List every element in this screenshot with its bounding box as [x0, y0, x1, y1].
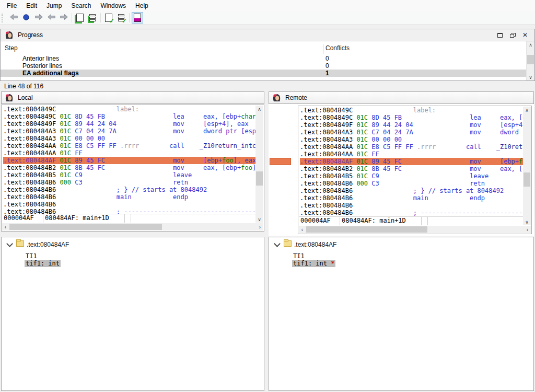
scrollbar-thumb[interactable] — [306, 226, 427, 233]
scroll-left-icon[interactable]: ‹ — [2, 223, 9, 230]
menu-windows[interactable]: Windows — [96, 1, 131, 11]
asm-line[interactable]: .text:0804849F 01C 89 44 24 04 mov [esp+… — [300, 121, 523, 129]
merge-view-button[interactable] — [132, 12, 143, 24]
local-horizontal-scrollbar[interactable]: ‹ › — [2, 223, 263, 230]
back-button[interactable] — [8, 12, 19, 24]
progress-scrollbar[interactable]: ∧ ∨ — [526, 41, 534, 80]
asm-line[interactable]: .text:0804849C label: — [300, 107, 523, 114]
tree-node-address[interactable]: .text:080484AF — [27, 241, 69, 248]
asm-line[interactable]: .text:080484B6 main endp — [300, 194, 523, 202]
asm-line[interactable]: .text:080484B5 01C C9 leave — [300, 172, 523, 180]
folder-icon[interactable] — [284, 240, 292, 247]
progress-title-bar[interactable]: Progress ✕ — [1, 29, 534, 41]
asm-line[interactable]: .text:080484A3 01C C7 04 24 7A mov dword… — [300, 129, 523, 136]
maximize-button[interactable] — [494, 31, 506, 39]
progress-row[interactable]: Anterior lines 0 — [1, 55, 526, 62]
asm-line[interactable]: .text:080484A3 01C C7 04 24 7A mov dword… — [3, 128, 255, 135]
asm-line[interactable]: .text:080484B6 000 C3 retn — [3, 179, 255, 186]
scroll-right-icon[interactable]: › — [257, 223, 263, 230]
next-arrow-icon — [60, 14, 68, 21]
asm-line[interactable]: .text:0804849C 01C 8D 45 FB lea eax, [eb… — [3, 113, 255, 120]
menu-edit[interactable]: Edit — [21, 1, 42, 11]
remote-horizontal-scrollbar[interactable]: ‹ › — [299, 226, 531, 233]
asm-line[interactable]: .text:080484A3 01C 00 00 00 — [3, 135, 255, 142]
asm-line[interactable]: .text:0804849C 01C 8D 45 FB lea eax, [eb… — [300, 114, 523, 121]
asm-line[interactable]: .text:0804849C label: — [3, 106, 255, 113]
accept-page-button[interactable] — [103, 12, 114, 24]
merge-view-icon — [134, 14, 141, 22]
current-position-button[interactable] — [20, 12, 32, 24]
prev-difference-button[interactable] — [45, 12, 57, 24]
asm-line[interactable]: .text:080484A3 01C 00 00 00 — [300, 136, 523, 143]
asm-line[interactable]: .text:080484AA 01C FF — [300, 151, 523, 158]
scroll-down-icon[interactable]: ∨ — [527, 74, 534, 80]
scrollbar-thumb[interactable] — [256, 171, 263, 186]
local-vertical-scrollbar[interactable]: ∧ ∨ — [255, 106, 263, 223]
scroll-left-icon[interactable]: ‹ — [299, 226, 306, 233]
accept-page-icon — [105, 14, 112, 22]
ida-icon — [272, 94, 281, 102]
local-pane-header[interactable]: Local — [1, 91, 264, 104]
asm-line[interactable]: .text:080484B2 01C 8B 45 FC mov eax, [eb… — [3, 164, 255, 171]
export-page-button[interactable] — [74, 12, 86, 24]
export-list-button[interactable] — [87, 12, 98, 24]
asm-line[interactable]: .text:080484B6 ; -----------------------… — [300, 209, 523, 216]
menu-jump[interactable]: Jump — [42, 1, 66, 11]
menu-search[interactable]: Search — [66, 1, 96, 11]
step-column-header[interactable]: Step — [5, 44, 18, 52]
scroll-down-icon[interactable]: ∨ — [255, 216, 263, 223]
asm-line[interactable]: .text:080484B6 000 C3 retn — [300, 180, 523, 187]
forward-button[interactable] — [33, 12, 44, 24]
accept-list-button[interactable] — [115, 12, 127, 24]
type-record-value[interactable]: tif1: int * — [292, 260, 335, 267]
offset-cell: 000004AF — [2, 214, 43, 223]
asm-line[interactable]: .text:080484B5 01C C9 leave — [3, 171, 255, 179]
chevron-down-icon[interactable] — [6, 240, 13, 247]
tree-node-address[interactable]: .text:080484AF — [294, 241, 336, 248]
type-record-name[interactable]: TI1 — [293, 252, 305, 260]
progress-step-cell: Anterior lines — [22, 55, 59, 62]
asm-line[interactable]: .text:080484AA 01C E8 C5 FF FF .rrrr cal… — [3, 142, 255, 149]
restore-button[interactable] — [506, 31, 519, 39]
asm-line[interactable]: .text:080484AF 01C 89 45 FC mov [ebp+foo… — [3, 157, 255, 164]
menu-help[interactable]: Help — [131, 1, 153, 11]
menu-file[interactable]: File — [2, 1, 21, 11]
asm-line[interactable]: .text:080484AA 01C FF — [3, 149, 255, 157]
remote-vertical-scrollbar[interactable]: ∧ ∨ — [523, 107, 531, 225]
scrollbar-thumb[interactable] — [527, 55, 534, 64]
toolbar-grip[interactable] — [2, 14, 5, 22]
chevron-down-icon[interactable] — [274, 240, 281, 247]
scrollbar-thumb[interactable] — [524, 172, 530, 187]
scrollbar-thumb[interactable] — [9, 224, 162, 230]
asm-line[interactable]: .text:080484AF 01C 89 45 FC mov [ebp+foo… — [300, 158, 523, 165]
type-record-value[interactable]: tif1: int — [25, 260, 61, 267]
close-icon[interactable]: ✕ — [519, 31, 531, 39]
asm-line[interactable]: .text:080484B6 main endp — [3, 193, 255, 201]
scroll-down-icon[interactable]: ∨ — [523, 218, 531, 225]
next-difference-button[interactable] — [58, 12, 69, 24]
progress-row[interactable]: EA additional flags 1 — [1, 70, 526, 77]
asm-line[interactable]: .text:080484B6 — [300, 202, 523, 209]
asm-line[interactable]: .text:080484B6 — [3, 201, 255, 208]
folder-icon[interactable] — [16, 240, 24, 247]
local-type-panel: .text:080484AF TI1 tif1: int — [1, 237, 264, 391]
empty-cell — [125, 214, 131, 223]
conflicts-column-header[interactable]: Conflicts — [325, 44, 350, 52]
scroll-up-icon[interactable]: ∧ — [523, 107, 531, 113]
scroll-up-icon[interactable]: ∧ — [255, 106, 263, 112]
asm-line[interactable]: .text:080484AA 01C E8 C5 FF FF .rrrr cal… — [300, 143, 523, 151]
remote-status-line: 000004AF 080484AF: main+1D — [299, 216, 523, 225]
asm-line[interactable]: .text:0804849F 01C 89 44 24 04 mov [esp+… — [3, 120, 255, 128]
scroll-right-icon[interactable]: › — [524, 226, 531, 233]
prev-arrow-icon — [48, 14, 55, 21]
asm-line[interactable]: .text:080484B6 ; } // starts at 8048492 — [300, 187, 523, 194]
scroll-up-icon[interactable]: ∧ — [527, 41, 534, 48]
progress-row[interactable]: Posterior lines 0 — [1, 62, 526, 70]
type-record-name[interactable]: TI1 — [26, 252, 37, 260]
remote-disassembly-rows: .text:0804849C label:.text:0804849C 01C … — [299, 107, 523, 217]
asm-line[interactable]: .text:080484B6 ; } // starts at 8048492 — [3, 186, 255, 193]
remote-pane-header[interactable]: Remote — [269, 91, 534, 104]
asm-line[interactable]: .text:080484B2 01C 8B 45 FC mov eax, [eb… — [300, 165, 523, 172]
progress-rows: Anterior lines 0 Posterior lines 0 EA ad… — [1, 55, 526, 77]
column-divider — [323, 44, 324, 54]
